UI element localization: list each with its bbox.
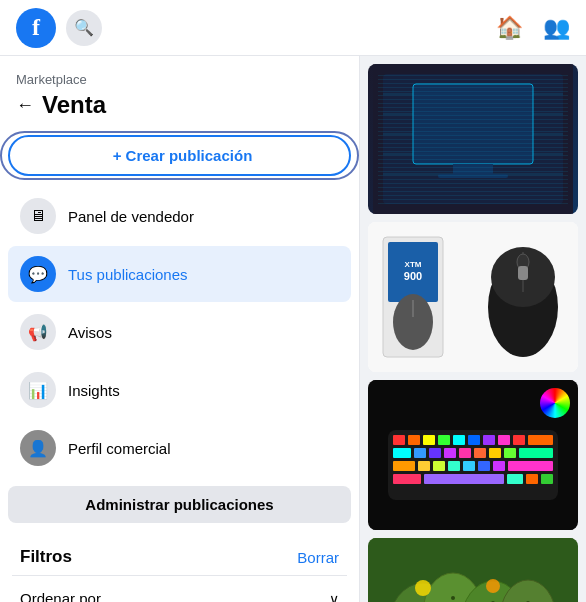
svg-rect-23	[393, 435, 405, 445]
svg-rect-36	[444, 448, 456, 458]
svg-rect-53	[526, 474, 538, 484]
sidebar-item-label: Panel de vendedor	[68, 208, 194, 225]
filter-order-row[interactable]: Ordenar por ∨	[12, 575, 347, 602]
svg-rect-29	[483, 435, 495, 445]
svg-rect-30	[498, 435, 510, 445]
svg-point-68	[415, 580, 431, 596]
panel-icon: 🖥	[20, 198, 56, 234]
svg-rect-41	[519, 448, 553, 458]
breadcrumb: Marketplace	[8, 72, 351, 87]
top-nav: f 🔍 🏠 👥	[0, 0, 586, 56]
svg-rect-25	[423, 435, 435, 445]
product-card-2[interactable]: XTM 900	[368, 222, 578, 372]
brand-logo	[540, 388, 570, 418]
product-image-4	[368, 538, 578, 602]
sidebar-item-label: Tus publicaciones	[68, 266, 188, 283]
insights-icon: 📊	[20, 372, 56, 408]
svg-rect-34	[414, 448, 426, 458]
svg-rect-0	[373, 64, 573, 214]
right-panel: XTM 900	[360, 56, 586, 602]
facebook-logo[interactable]: f	[16, 8, 56, 48]
svg-rect-50	[393, 474, 421, 484]
svg-rect-28	[468, 435, 480, 445]
svg-rect-33	[393, 448, 411, 458]
svg-rect-8	[453, 164, 493, 174]
sidebar-item-avisos[interactable]: 📢 Avisos	[8, 304, 351, 360]
search-icon: 🔍	[74, 18, 94, 37]
svg-rect-35	[429, 448, 441, 458]
product-card-1[interactable]	[368, 64, 578, 214]
create-publication-button[interactable]: + Crear publicación	[8, 135, 351, 176]
home-icon[interactable]: 🏠	[496, 15, 523, 41]
svg-rect-45	[448, 461, 460, 471]
svg-rect-39	[489, 448, 501, 458]
svg-point-69	[486, 579, 500, 593]
svg-rect-52	[507, 474, 523, 484]
people-icon[interactable]: 👥	[543, 15, 570, 41]
svg-point-63	[451, 596, 455, 600]
svg-text:XTM: XTM	[405, 260, 422, 269]
nav-right: 🏠 👥	[496, 15, 570, 41]
product-card-4[interactable]	[368, 538, 578, 602]
manage-publications-button[interactable]: Administrar publicaciones	[8, 486, 351, 523]
svg-rect-31	[513, 435, 525, 445]
svg-rect-7	[413, 84, 533, 164]
svg-rect-9	[438, 174, 508, 178]
sidebar-item-label: Perfil comercial	[68, 440, 171, 457]
avisos-icon: 📢	[20, 314, 56, 350]
svg-rect-42	[393, 461, 415, 471]
svg-rect-54	[541, 474, 553, 484]
filter-order-label: Ordenar por	[20, 590, 101, 602]
filters-title: Filtros	[20, 547, 72, 567]
search-button[interactable]: 🔍	[66, 10, 102, 46]
publicaciones-icon: 💬	[20, 256, 56, 292]
filters-header: Filtros Borrar	[12, 539, 347, 575]
svg-rect-43	[418, 461, 430, 471]
svg-rect-38	[474, 448, 486, 458]
sidebar-item-label: Insights	[68, 382, 120, 399]
product-image-1	[368, 64, 578, 214]
main-layout: Marketplace ← Venta + Crear publicación …	[0, 56, 586, 602]
svg-rect-51	[424, 474, 504, 484]
nav-left: f 🔍	[16, 8, 102, 48]
sidebar-item-panel[interactable]: 🖥 Panel de vendedor	[8, 188, 351, 244]
product-image-2: XTM 900	[368, 222, 578, 372]
sidebar-item-publicaciones[interactable]: 💬 Tus publicaciones	[8, 246, 351, 302]
chevron-down-icon: ∨	[329, 591, 339, 603]
svg-rect-40	[504, 448, 516, 458]
sidebar-item-insights[interactable]: 📊 Insights	[8, 362, 351, 418]
perfil-icon: 👤	[20, 430, 56, 466]
svg-rect-44	[433, 461, 445, 471]
svg-rect-20	[518, 266, 528, 280]
svg-rect-27	[453, 435, 465, 445]
sidebar-item-label: Avisos	[68, 324, 112, 341]
svg-rect-32	[528, 435, 553, 445]
svg-rect-49	[508, 461, 553, 471]
sidebar: Marketplace ← Venta + Crear publicación …	[0, 56, 360, 602]
filters-clear-button[interactable]: Borrar	[297, 549, 339, 566]
back-arrow[interactable]: ←	[16, 95, 34, 116]
svg-rect-1	[383, 74, 563, 204]
page-title: ← Venta	[8, 91, 351, 119]
svg-rect-46	[463, 461, 475, 471]
sidebar-item-perfil[interactable]: 👤 Perfil comercial	[8, 420, 351, 476]
svg-rect-24	[408, 435, 420, 445]
product-card-3[interactable]	[368, 380, 578, 530]
svg-rect-26	[438, 435, 450, 445]
svg-text:900: 900	[404, 270, 422, 282]
svg-rect-37	[459, 448, 471, 458]
filters-section: Filtros Borrar Ordenar por ∨ Estado ∨	[8, 539, 351, 602]
svg-rect-47	[478, 461, 490, 471]
product-image-3	[368, 380, 578, 530]
svg-rect-48	[493, 461, 505, 471]
